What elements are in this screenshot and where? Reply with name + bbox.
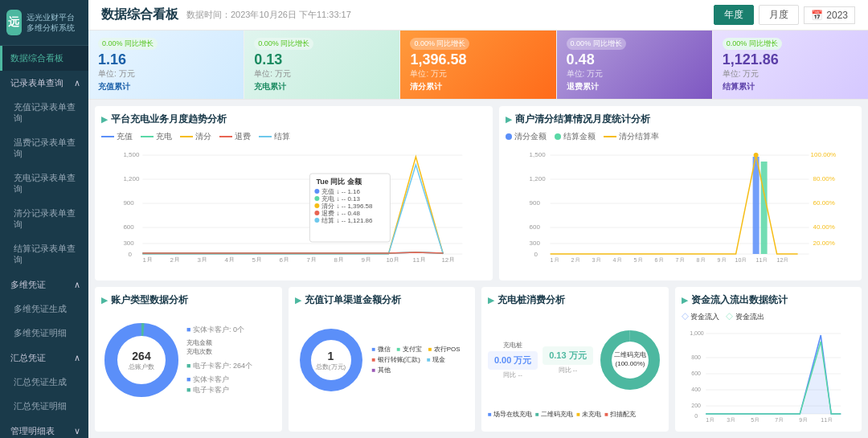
sidebar-item-summary-detail[interactable]: 汇总凭证明细 xyxy=(0,395,88,419)
svg-text:0: 0 xyxy=(128,251,132,258)
svg-text:7月: 7月 xyxy=(775,417,784,422)
chart6-svg: 1,000 800 600 400 200 0 1月 3月 5月 xyxy=(682,325,856,422)
svg-text:10月: 10月 xyxy=(386,256,399,262)
svg-text:12月: 12月 xyxy=(441,256,455,262)
main-content: 数据综合看板 数据时间：2023年10月26日 下午11:33:17 年度 月度… xyxy=(88,0,868,438)
sidebar-item-charge-records[interactable]: 充电记录表单查询 xyxy=(0,166,88,202)
svg-point-67 xyxy=(753,153,758,158)
svg-marker-94 xyxy=(706,335,841,414)
chart-account-type: 账户类型数据分析 264 总账户数 xyxy=(95,287,282,432)
svg-text:11月: 11月 xyxy=(755,257,768,262)
svg-text:9月: 9月 xyxy=(361,256,371,262)
sidebar-item-summary[interactable]: 汇总凭证 ∧ xyxy=(0,346,88,370)
charts-top-row: 平台充电业务月度趋势分析 充值 充电 清分 退费 结算 1,500 1,200 … xyxy=(95,106,862,280)
sidebar-item-summary-gen[interactable]: 汇总凭证生成 xyxy=(0,370,88,395)
stat-value-recharge: 1.16 xyxy=(98,51,158,68)
sidebar-item-manage[interactable]: 管理明细表 ∨ xyxy=(0,419,88,438)
svg-text:800: 800 xyxy=(691,354,701,360)
sidebar-item-recharge-records[interactable]: 充值记录表单查询 xyxy=(0,96,88,131)
svg-text:7月: 7月 xyxy=(306,256,316,262)
svg-text:5月: 5月 xyxy=(252,256,261,262)
sidebar-item-voucher-detail[interactable]: 多维凭证明细 xyxy=(0,321,88,346)
svg-text:6月: 6月 xyxy=(654,257,663,262)
stat-value-electric: 0.13 xyxy=(254,51,390,68)
stat-label-refund: 退费累计 xyxy=(567,81,702,92)
svg-text:9月: 9月 xyxy=(717,257,726,262)
stat-unit-electric: 单位: 万元 xyxy=(254,68,390,80)
chart6-title: 资金流入流出数据统计 xyxy=(682,293,856,307)
svg-text:8月: 8月 xyxy=(334,256,343,262)
sidebar-item-settle-records[interactable]: 结算记录表单查询 xyxy=(0,237,88,272)
svg-text:12月: 12月 xyxy=(776,257,788,262)
year-selector[interactable]: 📅 2023 xyxy=(804,6,855,24)
stat-label-settle: 结算累计 xyxy=(723,81,858,92)
sidebar-item-dashboard[interactable]: 数据综合看板 xyxy=(0,46,88,71)
svg-text:9月: 9月 xyxy=(799,417,808,422)
chart-fund-flow: 资金流入流出数据统计 ◇ 资金流入 ◇ 资金流出 1,000 800 600 4… xyxy=(675,287,862,432)
chart1-legend: 充值 充电 清分 退费 结算 xyxy=(101,131,486,142)
svg-text:80.00%: 80.00% xyxy=(813,175,834,182)
svg-text:200: 200 xyxy=(691,403,701,408)
stat-settle: 0.00% 同比增长 1,121.86 单位: 万元 结算累计 xyxy=(713,31,868,99)
svg-text:1月: 1月 xyxy=(142,256,152,262)
svg-text:Tue    同比    金额: Tue 同比 金额 xyxy=(316,177,362,186)
svg-text:2月: 2月 xyxy=(170,256,179,262)
chart2-svg: 1,500 1,200 900 600 300 0 100.00% 80.00%… xyxy=(506,145,855,262)
header-subtitle: 数据时间：2023年10月26日 下午11:33:17 xyxy=(186,9,351,21)
svg-text:20.00%: 20.00% xyxy=(813,239,834,247)
stat-label-clear: 清分累计 xyxy=(410,81,546,92)
stat-badge-recharge: 0.00% 同比增长 xyxy=(98,38,158,50)
chart3-center-value: 264 xyxy=(129,349,154,362)
svg-text:8月: 8月 xyxy=(696,257,705,262)
stat-unit-settle: 单位: 万元 xyxy=(723,68,858,80)
svg-text:60.00%: 60.00% xyxy=(813,199,834,207)
sidebar-item-records[interactable]: 记录表单查询 ∧ xyxy=(0,71,88,96)
tab-month[interactable]: 月度 xyxy=(759,5,799,25)
svg-text:0: 0 xyxy=(534,251,538,258)
chart4-title: 充值订单渠道金额分析 xyxy=(295,293,469,307)
svg-text:3月: 3月 xyxy=(197,256,207,262)
svg-rect-66 xyxy=(760,162,767,254)
svg-text:900: 900 xyxy=(529,199,540,207)
charts-area: 平台充电业务月度趋势分析 充值 充电 清分 退费 结算 1,500 1,200 … xyxy=(88,100,868,438)
header-controls: 年度 月度 📅 2023 xyxy=(714,5,855,25)
sidebar-item-voucher-gen[interactable]: 多维凭证生成 xyxy=(0,297,88,321)
svg-text:100.00%: 100.00% xyxy=(810,151,836,158)
svg-text:5月: 5月 xyxy=(751,417,760,422)
chart1-svg: 1,500 1,200 900 600 300 0 1月 2月 xyxy=(101,145,486,262)
stat-electric: 0.00% 同比增长 0.13 单位: 万元 充电累计 xyxy=(244,31,400,99)
svg-text:3月: 3月 xyxy=(592,257,600,262)
chart4-center-value: 1 xyxy=(316,349,346,362)
svg-text:7月: 7月 xyxy=(675,257,684,262)
sidebar-logo: 远 远光业财平台多维分析系统 xyxy=(0,0,88,46)
svg-text:4月: 4月 xyxy=(224,256,234,262)
header: 数据综合看板 数据时间：2023年10月26日 下午11:33:17 年度 月度… xyxy=(88,0,868,31)
stat-label-electric: 充电累计 xyxy=(254,81,390,92)
sidebar-item-clear-records[interactable]: 清分记录表单查询 xyxy=(0,202,88,237)
stat-unit-clear: 单位: 万元 xyxy=(410,68,546,80)
svg-text:清分  ↓  -- 1,396.58: 清分 ↓ -- 1,396.58 xyxy=(321,203,373,210)
tab-year[interactable]: 年度 xyxy=(714,5,754,25)
stat-badge-settle: 0.00% 同比增长 xyxy=(723,38,782,50)
stat-unit-recharge: 单位: 万元 xyxy=(98,68,158,80)
svg-text:3月: 3月 xyxy=(727,417,735,422)
chart5-donut: 二维码充电 (100.00%) xyxy=(598,324,662,396)
chart2-legend: 清分金额 结算金额 清分结算率 xyxy=(506,131,855,142)
svg-text:40.00%: 40.00% xyxy=(813,223,834,231)
chart4-center-label: 总数(万元) xyxy=(316,362,346,370)
stat-badge-clear: 0.00% 同比增长 xyxy=(410,38,469,50)
svg-text:10月: 10月 xyxy=(735,257,747,262)
svg-text:300: 300 xyxy=(529,239,540,247)
svg-text:4月: 4月 xyxy=(612,257,621,262)
stat-refund: 0.00% 同比增长 0.48 单位: 万元 退费累计 xyxy=(557,31,713,99)
svg-text:400: 400 xyxy=(691,387,701,392)
sidebar-item-warm-records[interactable]: 温费记录表单查询 xyxy=(0,131,88,166)
sidebar-item-voucher[interactable]: 多维凭证 ∧ xyxy=(0,272,88,297)
page-title: 数据综合看板 xyxy=(101,6,178,23)
chart-merchant-settle: 商户清分结算情况月度统计分析 清分金额 结算金额 清分结算率 1,500 1,2… xyxy=(499,106,862,280)
stat-recharge: 0.00% 同比增长 1.16 单位: 万元 充值累计 xyxy=(88,31,244,99)
svg-text:结算  ↓  -- 1,121.86: 结算 ↓ -- 1,121.86 xyxy=(321,217,373,224)
svg-text:300: 300 xyxy=(123,239,134,247)
svg-point-28 xyxy=(314,196,319,201)
svg-text:充值   ↓  --  1.16: 充值 ↓ -- 1.16 xyxy=(321,188,360,195)
